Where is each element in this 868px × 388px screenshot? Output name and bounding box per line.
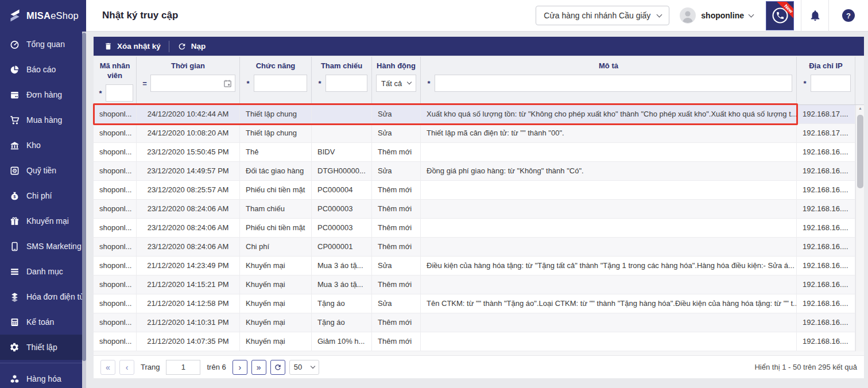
- table-row[interactable]: shoponl...23/12/2020 08:24:06 AMTham chi…: [94, 200, 855, 219]
- refresh-page-button[interactable]: [270, 360, 285, 375]
- filter-input-description[interactable]: [435, 75, 792, 91]
- page-size-select[interactable]: 50: [289, 360, 319, 375]
- page-number-input[interactable]: [166, 360, 200, 375]
- page-label: Trang: [141, 363, 160, 371]
- table-row[interactable]: shoponl...23/12/2020 08:24:06 AMChi phíC…: [94, 238, 855, 257]
- column-header-ip[interactable]: Địa chỉ IP*: [797, 57, 855, 104]
- reload-button[interactable]: Nạp: [169, 37, 214, 56]
- cell-description: [421, 276, 797, 294]
- cell-employee: shoponl...: [94, 162, 137, 180]
- filter-select-action[interactable]: Tất cả: [376, 75, 416, 92]
- cell-action: Thêm mới: [372, 332, 421, 351]
- cell-description: Tên CTKM: từ "" thành "Tặng áo".Loại CTK…: [421, 294, 797, 313]
- chevron-down-icon: [407, 80, 412, 84]
- cell-action: Thêm mới: [372, 143, 421, 161]
- sidebar-item-chi-phi[interactable]: $Chi phí: [0, 183, 82, 208]
- sidebar-item-tong-quan[interactable]: Tổng quan: [0, 32, 82, 57]
- sidebar-item-ke-toan[interactable]: Kế toán: [0, 309, 82, 335]
- calendar-icon[interactable]: [223, 79, 232, 90]
- sidebar-scrollbar-thumb[interactable]: [82, 33, 86, 361]
- cell-action: Thêm mới: [372, 200, 421, 218]
- cell-time: 23/12/2020 08:25:57 AM: [137, 181, 240, 199]
- table-row[interactable]: shoponl...21/12/2020 14:10:31 PMKhuyến m…: [94, 313, 855, 332]
- cell-ip: 192.168.16....: [797, 276, 855, 294]
- cell-reference: PC000003: [312, 200, 372, 218]
- filter-operator-icon[interactable]: *: [244, 79, 252, 88]
- sidebar-item-khuyen-mai[interactable]: Khuyến mại: [0, 208, 82, 234]
- cell-reference: CP000001: [312, 238, 372, 256]
- column-header-description[interactable]: Mô tả*: [421, 57, 797, 104]
- table-scrollbar[interactable]: ▲: [855, 105, 864, 351]
- support-phone-button[interactable]: New: [766, 1, 794, 30]
- filter-input-function[interactable]: [254, 75, 307, 91]
- first-page-button[interactable]: «: [100, 360, 115, 375]
- sidebar-item-sms-marketing[interactable]: SMS Marketing: [0, 234, 82, 259]
- safe-icon: [9, 165, 20, 176]
- help-button[interactable]: ?: [842, 9, 855, 22]
- filter-operator-icon[interactable]: =: [141, 79, 149, 88]
- sidebar-item-mua-hang[interactable]: Mua hàng: [0, 107, 82, 133]
- sidebar-scrollbar[interactable]: [82, 32, 86, 388]
- filter-input-employee[interactable]: [106, 85, 133, 101]
- cell-employee: shoponl...: [94, 181, 137, 199]
- table-row[interactable]: shoponl...24/12/2020 10:42:44 AMThiết lậ…: [94, 105, 855, 124]
- filter-operator-icon[interactable]: *: [801, 79, 809, 88]
- column-label: Mô tả: [421, 61, 796, 71]
- cell-employee: shoponl...: [94, 257, 137, 275]
- cell-ip: 192.168.16....: [797, 294, 855, 313]
- gauge-icon: [9, 39, 20, 49]
- filter-operator-icon[interactable]: *: [96, 89, 104, 98]
- app-logo[interactable]: MISAeShop: [0, 0, 86, 32]
- results-summary: Hiển thị 1 - 50 trên 295 kết quả: [754, 363, 857, 371]
- sidebar-item-bao-cao[interactable]: Báo cáo: [0, 57, 82, 82]
- last-page-button[interactable]: »: [251, 360, 266, 375]
- table-row[interactable]: shoponl...21/12/2020 14:23:49 PMKhuyến m…: [94, 257, 855, 276]
- pie-chart-icon: [9, 64, 20, 75]
- sidebar-item-label: Báo cáo: [26, 65, 56, 74]
- delete-log-button[interactable]: Xóa nhật ký: [96, 37, 169, 56]
- user-menu[interactable]: shoponline: [680, 7, 753, 24]
- table-rows: shoponl...24/12/2020 10:42:44 AMThiết lậ…: [94, 105, 855, 351]
- sidebar-item-kho[interactable]: Kho: [0, 133, 82, 158]
- column-header-employee[interactable]: Mã nhân viên*: [94, 57, 137, 104]
- column-header-action[interactable]: Hành độngTất cả: [372, 57, 421, 104]
- column-header-reference[interactable]: Tham chiếu*: [312, 57, 372, 104]
- table-row[interactable]: shoponl...21/12/2020 14:12:58 PMKhuyến m…: [94, 294, 855, 313]
- sidebar-item-quy-tien[interactable]: Quỹ tiền: [0, 158, 82, 183]
- table-row[interactable]: shoponl...21/12/2020 14:07:35 PMKhuyến m…: [94, 332, 855, 351]
- table-row[interactable]: shoponl...23/12/2020 08:25:57 AMPhiếu ch…: [94, 181, 855, 200]
- filter-input-reference[interactable]: [326, 75, 367, 91]
- scroll-up-arrow[interactable]: ▲: [858, 106, 862, 110]
- store-selector-dropdown[interactable]: Cửa hàng chi nhánh Cầu giấy: [536, 6, 669, 25]
- table-row[interactable]: shoponl...23/12/2020 08:24:06 AMPhiếu ch…: [94, 219, 855, 238]
- sidebar-item-hoa-don-dien-tu[interactable]: Hóa đơn điện tử: [0, 284, 82, 309]
- refresh-icon: [274, 363, 282, 371]
- sidebar-item-don-hang[interactable]: Đơn hàng: [0, 82, 82, 107]
- cell-employee: shoponl...: [94, 124, 137, 142]
- gear-icon: [9, 342, 20, 352]
- table-row[interactable]: shoponl...21/12/2020 14:15:21 PMKhuyến m…: [94, 276, 855, 294]
- column-header-function[interactable]: Chức năng*: [240, 57, 312, 104]
- sidebar-item-hang-hoa[interactable]: Hàng hóa: [0, 366, 82, 388]
- cart-icon: [9, 115, 20, 125]
- filter-input-time[interactable]: [151, 75, 235, 91]
- filter-operator-icon[interactable]: *: [425, 79, 433, 88]
- next-page-button[interactable]: ›: [232, 360, 247, 375]
- cell-time: 23/12/2020 08:24:06 AM: [137, 238, 240, 256]
- cell-description: [421, 200, 797, 218]
- cell-function: Khuyến mại: [240, 294, 312, 313]
- warehouse-icon: [9, 140, 20, 150]
- prev-page-button[interactable]: ‹: [119, 360, 134, 375]
- cell-description: Điều kiện của hàng hóa tặng: từ "Tặng tấ…: [421, 257, 797, 275]
- filter-operator-icon[interactable]: *: [316, 79, 324, 88]
- column-header-time[interactable]: Thời gian=: [137, 57, 240, 104]
- sidebar-item-danh-muc[interactable]: Danh mục: [0, 259, 82, 284]
- goods-icon: [9, 374, 20, 384]
- table-row[interactable]: shoponl...23/12/2020 15:50:45 PMThẻBIDVT…: [94, 143, 855, 162]
- notifications-button[interactable]: [801, 9, 828, 22]
- filter-input-ip[interactable]: [811, 75, 850, 91]
- table-row[interactable]: shoponl...23/12/2020 14:49:57 PMĐối tác …: [94, 162, 855, 181]
- table-scrollbar-thumb[interactable]: [857, 115, 863, 188]
- table-row[interactable]: shoponl...24/12/2020 10:08:20 AMThiết lậ…: [94, 124, 855, 143]
- sidebar-item-thiet-lap[interactable]: Thiết lập: [0, 335, 82, 360]
